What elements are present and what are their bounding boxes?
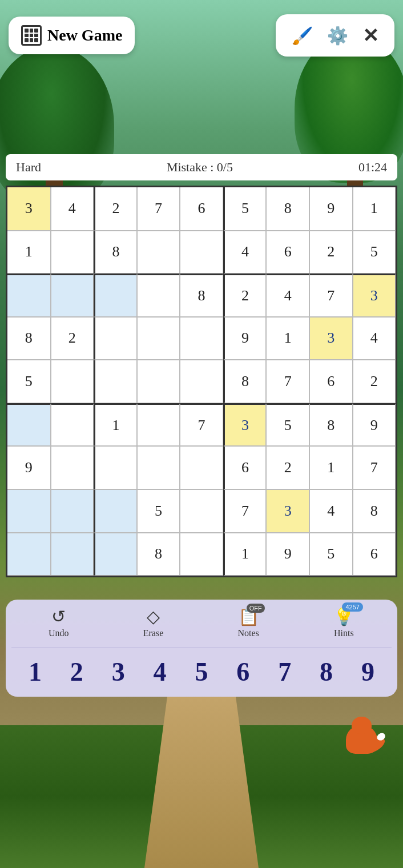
cell-r5-c4[interactable] [137,360,180,403]
cell-r7-c6[interactable]: 6 [223,446,267,489]
cell-r6-c5[interactable]: 7 [180,403,223,447]
cell-r2-c3[interactable]: 8 [94,231,137,274]
cell-r7-c2[interactable] [51,446,94,489]
cell-r3-c6[interactable]: 2 [223,274,267,317]
undo-button[interactable]: ↺ Undo [49,608,69,638]
cell-r5-c8[interactable]: 6 [309,360,353,403]
cell-r2-c6[interactable]: 4 [223,231,267,274]
cell-r9-c7[interactable]: 9 [266,533,309,576]
toolbar: ↺ Undo ◇ Erase OFF 📋 Notes 4257 💡 Hints … [6,600,397,697]
cell-r9-c5[interactable] [180,533,223,576]
cell-r4-c1[interactable]: 8 [7,317,51,360]
notes-button[interactable]: OFF 📋 Notes [237,608,259,638]
cell-r3-c4[interactable] [137,274,180,317]
cell-r2-c7[interactable]: 6 [266,231,309,274]
cell-r6-c7[interactable]: 5 [266,403,309,447]
cell-r5-c2[interactable] [51,360,94,403]
cell-r3-c7[interactable]: 4 [266,274,309,317]
cell-r8-c4[interactable]: 5 [137,489,180,533]
cell-r7-c9[interactable]: 7 [353,446,396,489]
cell-r6-c9[interactable]: 9 [353,403,396,447]
cell-r6-c4[interactable] [137,403,180,447]
cell-r1-c5[interactable]: 6 [180,187,223,231]
cell-r5-c9[interactable]: 2 [353,360,396,403]
cell-r7-c4[interactable] [137,446,180,489]
new-game-button[interactable]: New Game [9,17,135,54]
cell-r7-c5[interactable] [180,446,223,489]
cell-r4-c4[interactable] [137,317,180,360]
cell-r9-c3[interactable] [94,533,137,576]
cell-r3-c8[interactable]: 7 [309,274,353,317]
cell-r8-c3[interactable] [94,489,137,533]
cell-r4-c3[interactable] [94,317,137,360]
cell-r1-c6[interactable]: 5 [223,187,267,231]
cell-r3-c3[interactable] [94,274,137,317]
cell-r2-c8[interactable]: 2 [309,231,353,274]
cell-r1-c4[interactable]: 7 [137,187,180,231]
cell-r8-c5[interactable] [180,489,223,533]
cell-r7-c1[interactable]: 9 [7,446,51,489]
cell-r9-c4[interactable]: 8 [137,533,180,576]
cell-r9-c8[interactable]: 5 [309,533,353,576]
cell-r8-c9[interactable]: 8 [353,489,396,533]
cell-r7-c8[interactable]: 1 [309,446,353,489]
cell-r8-c7[interactable]: 3 [266,489,309,533]
cell-r2-c4[interactable] [137,231,180,274]
cell-r5-c5[interactable] [180,360,223,403]
num-btn-9[interactable]: 9 [358,656,377,688]
cell-r6-c2[interactable] [51,403,94,447]
cell-r3-c1[interactable] [7,274,51,317]
cell-r3-c5[interactable]: 8 [180,274,223,317]
cell-r8-c2[interactable] [51,489,94,533]
cell-r6-c6[interactable]: 3 [223,403,267,447]
cell-r1-c8[interactable]: 9 [309,187,353,231]
cell-r1-c9[interactable]: 1 [353,187,396,231]
cell-r4-c8[interactable]: 3 [309,317,353,360]
num-btn-6[interactable]: 6 [233,656,252,688]
cell-r3-c9[interactable]: 3 [353,274,396,317]
cell-r6-c1[interactable] [7,403,51,447]
cell-r8-c6[interactable]: 7 [223,489,267,533]
cell-r9-c2[interactable] [51,533,94,576]
num-btn-4[interactable]: 4 [151,656,170,688]
cell-r1-c3[interactable]: 2 [94,187,137,231]
cell-r9-c6[interactable]: 1 [223,533,267,576]
cell-r2-c9[interactable]: 5 [353,231,396,274]
close-button[interactable]: ✕ [357,21,384,50]
cell-r7-c7[interactable]: 2 [266,446,309,489]
brush-button[interactable]: 🖌️ [286,23,319,49]
cell-r4-c2[interactable]: 2 [51,317,94,360]
num-btn-1[interactable]: 1 [26,656,45,688]
cell-r2-c2[interactable] [51,231,94,274]
num-btn-8[interactable]: 8 [317,656,336,688]
cell-r1-c2[interactable]: 4 [51,187,94,231]
mistake-label: Mistake : 0/5 [167,160,233,175]
cell-r5-c3[interactable] [94,360,137,403]
cell-r5-c7[interactable]: 7 [266,360,309,403]
cell-r4-c7[interactable]: 1 [266,317,309,360]
cell-r8-c1[interactable] [7,489,51,533]
cell-r4-c9[interactable]: 4 [353,317,396,360]
cell-r5-c6[interactable]: 8 [223,360,267,403]
num-btn-2[interactable]: 2 [67,656,86,688]
cell-r1-c1[interactable]: 3 [7,187,51,231]
cell-r8-c8[interactable]: 4 [309,489,353,533]
num-btn-5[interactable]: 5 [192,656,211,688]
erase-button[interactable]: ◇ Erase [143,608,164,638]
cell-r3-c2[interactable] [51,274,94,317]
settings-button[interactable]: ⚙️ [321,23,354,49]
cell-r4-c5[interactable] [180,317,223,360]
cell-r5-c1[interactable]: 5 [7,360,51,403]
cell-r4-c6[interactable]: 9 [223,317,267,360]
cell-r1-c7[interactable]: 8 [266,187,309,231]
hints-button[interactable]: 4257 💡 Hints [333,608,354,638]
cell-r6-c8[interactable]: 8 [309,403,353,447]
cell-r9-c9[interactable]: 6 [353,533,396,576]
num-btn-7[interactable]: 7 [275,656,294,688]
cell-r9-c1[interactable] [7,533,51,576]
num-btn-3[interactable]: 3 [109,656,128,688]
cell-r2-c5[interactable] [180,231,223,274]
cell-r2-c1[interactable]: 1 [7,231,51,274]
cell-r6-c3[interactable]: 1 [94,403,137,447]
cell-r7-c3[interactable] [94,446,137,489]
